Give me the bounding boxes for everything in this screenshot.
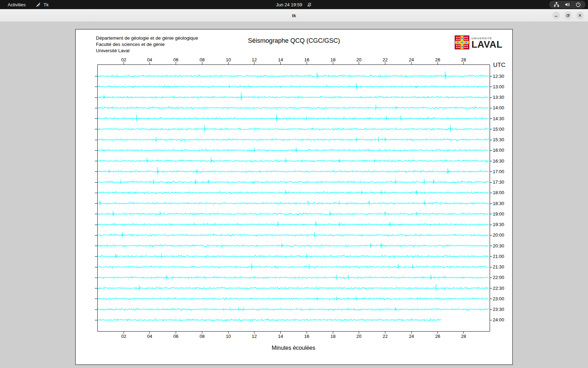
x-tick-label-bottom: 26 <box>435 334 440 339</box>
utc-time-label: 23:00 <box>493 296 504 301</box>
clock-label: Jun 24 19:59 <box>276 2 302 7</box>
volume-icon <box>565 2 570 7</box>
utc-time-label: 14:30 <box>493 116 504 121</box>
seismic-trace-row <box>98 137 489 142</box>
clock-menu[interactable]: Jun 24 19:59 <box>276 0 312 9</box>
utc-time-label: 22:00 <box>493 275 504 280</box>
utc-time-label: 19:00 <box>493 211 504 217</box>
seismic-trace-row <box>98 167 489 175</box>
activities-button[interactable]: Activities <box>6 2 28 8</box>
x-tick-label-bottom: 08 <box>200 334 204 339</box>
seismic-trace-row <box>98 211 489 216</box>
seismic-trace-row <box>98 93 489 101</box>
utc-time-label: 16:00 <box>493 148 504 153</box>
tk-feather-icon <box>35 2 41 7</box>
seismic-trace-row <box>98 318 441 322</box>
x-tick-label-top: 28 <box>461 57 466 62</box>
seismic-trace-row <box>98 83 489 89</box>
x-tick-label-top: 22 <box>383 57 387 62</box>
close-button[interactable] <box>576 12 584 19</box>
x-tick-label-top: 16 <box>304 57 309 62</box>
utc-time-label: 22:30 <box>493 286 504 291</box>
x-tick-label-bottom: 14 <box>278 334 283 339</box>
utc-time-label: 20:30 <box>493 243 504 248</box>
x-tick-label-top: 04 <box>147 57 152 62</box>
utc-time-label: 18:30 <box>493 201 504 206</box>
seismograph-canvas: Département de géologie et de génie géol… <box>75 29 513 365</box>
window-content: Département de géologie et de génie géol… <box>0 22 588 368</box>
app-menu[interactable]: Tk <box>35 2 48 7</box>
utc-time-label: 12:30 <box>493 74 504 79</box>
seismic-trace-row <box>98 105 489 110</box>
utc-time-label: 15:00 <box>493 127 504 132</box>
seismic-trace-row <box>98 297 489 301</box>
x-tick-label-top: 14 <box>278 57 283 62</box>
utc-time-label: 21:00 <box>493 254 504 259</box>
window-titlebar: tk <box>0 9 588 22</box>
utc-axis-label: UTC <box>493 62 505 68</box>
x-tick-label-top: 18 <box>330 57 335 62</box>
minimize-button[interactable] <box>552 12 560 19</box>
seismic-trace-row <box>98 232 489 238</box>
utc-time-label: 13:00 <box>493 84 504 89</box>
x-tick-label-top: 02 <box>121 57 126 62</box>
seismic-trace-row <box>98 125 489 132</box>
x-tick-label-bottom: 06 <box>173 334 178 339</box>
seismic-trace-row <box>98 114 489 122</box>
x-tick-label-top: 20 <box>356 57 361 62</box>
x-tick-label-bottom: 12 <box>252 334 257 339</box>
seismic-trace-row <box>98 264 489 270</box>
x-axis-title: Minutes écoulées <box>272 345 315 351</box>
seismic-trace-row <box>98 179 489 184</box>
seismic-trace-row <box>98 200 489 205</box>
utc-time-label: 19:30 <box>493 222 504 227</box>
x-tick-label-top: 24 <box>409 57 414 62</box>
power-icon <box>575 2 581 7</box>
desktop: Activities Tk Jun 24 19:59 <box>0 0 588 368</box>
seismic-trace-row <box>98 148 489 152</box>
x-tick-label-bottom: 18 <box>330 334 335 339</box>
utc-time-label: 23:30 <box>493 307 504 312</box>
app-menu-label: Tk <box>43 2 48 7</box>
utc-time-label: 16:30 <box>493 158 504 164</box>
x-tick-label-bottom: 24 <box>409 334 414 339</box>
x-tick-label-bottom: 04 <box>147 334 152 339</box>
x-tick-label-top: 12 <box>252 57 257 62</box>
network-wired-icon <box>554 2 559 7</box>
seismic-trace-row <box>98 190 489 195</box>
seismic-trace-row <box>98 253 489 258</box>
gnome-top-bar: Activities Tk Jun 24 19:59 <box>0 0 588 9</box>
x-tick-label-top: 26 <box>435 57 440 62</box>
maximize-button[interactable] <box>564 12 572 19</box>
x-tick-label-bottom: 16 <box>304 334 309 339</box>
x-tick-label-bottom: 02 <box>121 334 126 339</box>
seismic-trace-row <box>98 243 489 248</box>
system-status-menu[interactable] <box>549 1 586 8</box>
x-tick-label-top: 10 <box>226 57 231 62</box>
x-tick-label-bottom: 10 <box>226 334 231 339</box>
utc-time-label: 14:00 <box>493 105 504 110</box>
utc-time-label: 13:30 <box>493 95 504 100</box>
utc-time-label: 20:00 <box>493 232 504 238</box>
seismic-trace-row <box>98 307 489 311</box>
utc-time-label: 17:00 <box>493 169 504 174</box>
utc-time-label: 21:30 <box>493 264 504 270</box>
seismic-trace-row <box>98 158 489 163</box>
x-tick-label-bottom: 20 <box>356 334 361 339</box>
x-tick-label-bottom: 22 <box>383 334 387 339</box>
utc-time-label: 24:00 <box>493 317 504 322</box>
seismic-trace-row <box>98 275 489 280</box>
seismic-trace-row <box>98 222 489 227</box>
window-title: tk <box>292 13 296 18</box>
x-tick-label-bottom: 28 <box>461 334 466 339</box>
utc-time-label: 17:30 <box>493 179 504 185</box>
seismograph-plot: 0202040406060808101012121414161618182020… <box>76 29 512 364</box>
x-tick-label-top: 06 <box>173 57 178 62</box>
seismic-trace-row <box>98 284 489 291</box>
notifications-off-icon <box>307 2 312 7</box>
x-tick-label-top: 08 <box>200 57 204 62</box>
utc-time-label: 15:30 <box>493 137 504 142</box>
seismic-trace-row <box>98 71 489 79</box>
plot-axes <box>95 62 492 334</box>
utc-time-label: 18:00 <box>493 190 504 195</box>
